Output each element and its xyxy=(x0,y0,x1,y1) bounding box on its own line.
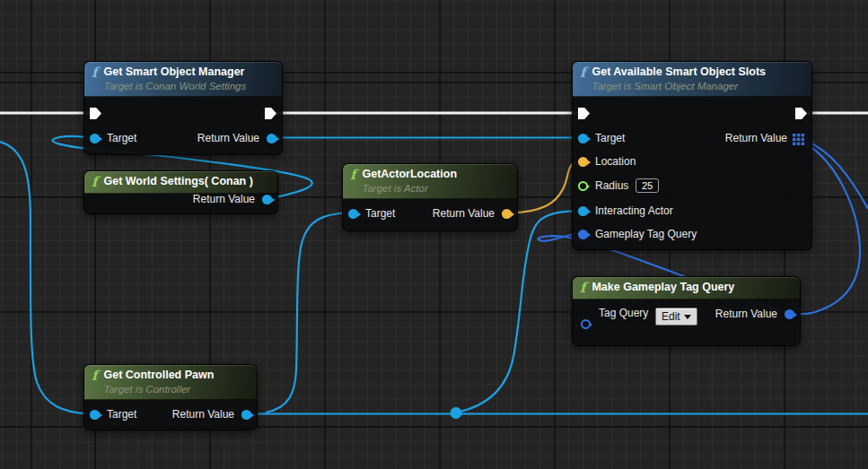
wire-reroute-to-interacting-actor[interactable] xyxy=(456,211,579,413)
return-value-pin[interactable] xyxy=(241,410,251,420)
reroute-node[interactable] xyxy=(451,407,462,419)
node-header: f Make Gameplay Tag Query xyxy=(573,277,800,300)
pin-label-return: Return Value xyxy=(725,132,787,144)
node-title: Get Available Smart Object Slots xyxy=(592,65,766,80)
node-getactorlocation[interactable]: f GetActorLocation Target is Actor Targe… xyxy=(342,163,518,231)
node-get-available-smart-object-slots[interactable]: f Get Available Smart Object Slots Targe… xyxy=(572,61,812,250)
node-header: f GetActorLocation Target is Actor xyxy=(343,164,517,199)
node-title: GetActorLocation xyxy=(362,167,457,182)
pin-label-location: Location xyxy=(595,155,636,168)
wire-actorlocation-to-location[interactable] xyxy=(511,161,579,213)
node-title: Get World Settings( Conan ) xyxy=(103,174,252,189)
pin-label-target: Target xyxy=(365,207,395,220)
node-get-world-settings-conan[interactable]: f Get World Settings( Conan ) Return Val… xyxy=(83,170,278,214)
function-icon: f xyxy=(580,65,585,81)
node-subtitle: Target is Conan World Settings xyxy=(103,80,246,93)
exec-in-pin[interactable] xyxy=(578,108,590,119)
return-value-pin[interactable] xyxy=(785,309,794,319)
edit-label: Edit xyxy=(662,308,680,325)
function-icon: f xyxy=(350,168,355,183)
pin-label-interacting-actor: Interacting Actor xyxy=(595,204,673,217)
node-make-gameplay-tag-query[interactable]: f Make Gameplay Tag Query Tag Query Edit… xyxy=(572,276,801,346)
pin-label-target: Target xyxy=(595,132,625,144)
function-icon: f xyxy=(92,65,97,81)
node-header: f Get Available Smart Object Slots Targe… xyxy=(573,62,811,97)
node-get-controlled-pawn[interactable]: f Get Controlled Pawn Target is Controll… xyxy=(83,364,258,430)
array-grid-return-pin[interactable] xyxy=(793,134,804,145)
node-header: f Get Controlled Pawn Target is Controll… xyxy=(84,365,257,400)
function-icon: f xyxy=(92,175,97,190)
node-header: f Get World Settings( Conan ) xyxy=(84,171,277,194)
pin-label-gameplay-tag-query: Gameplay Tag Query xyxy=(595,228,697,240)
wire-left-edge-to-controller-target[interactable] xyxy=(0,142,90,414)
pin-label-return: Return Value xyxy=(715,308,777,320)
pin-label-return: Return Value xyxy=(172,408,234,421)
exec-in-pin[interactable] xyxy=(90,108,101,119)
return-value-pin[interactable] xyxy=(262,195,272,204)
pin-label-radius: Radius xyxy=(595,179,628,192)
pin-label-target: Target xyxy=(107,408,136,421)
pin-label-tag-query: Tag Query xyxy=(599,307,648,319)
target-pin[interactable] xyxy=(578,134,588,143)
location-pin[interactable] xyxy=(578,157,588,167)
radius-value-input[interactable]: 25 xyxy=(636,178,659,193)
pin-label-return: Return Value xyxy=(197,132,259,144)
target-pin[interactable] xyxy=(348,209,358,219)
node-title: Make Gameplay Tag Query xyxy=(592,280,734,295)
node-title: Get Smart Object Manager xyxy=(103,65,246,80)
node-subtitle: Target is Actor xyxy=(362,182,457,195)
node-title: Get Controlled Pawn xyxy=(103,368,214,383)
node-get-smart-object-manager[interactable]: f Get Smart Object Manager Target is Con… xyxy=(83,61,283,155)
caret-down-icon xyxy=(684,315,691,319)
blueprint-graph-canvas[interactable]: f Get Smart Object Manager Target is Con… xyxy=(0,0,868,469)
function-icon: f xyxy=(92,369,97,384)
node-subtitle: Target is Smart Object Manager xyxy=(592,80,766,93)
radius-pin[interactable] xyxy=(578,181,588,191)
pin-label-return: Return Value xyxy=(193,193,255,205)
node-header: f Get Smart Object Manager Target is Con… xyxy=(84,62,282,97)
exec-out-pin[interactable] xyxy=(265,108,276,119)
return-value-pin[interactable] xyxy=(267,134,276,143)
tag-query-pin[interactable] xyxy=(581,319,591,329)
function-icon: f xyxy=(580,281,585,296)
gameplay-tag-query-pin[interactable] xyxy=(578,230,588,239)
interacting-actor-pin[interactable] xyxy=(578,206,588,216)
target-pin[interactable] xyxy=(90,410,100,420)
target-pin[interactable] xyxy=(90,134,100,143)
pin-label-target: Target xyxy=(107,132,136,144)
exec-out-pin[interactable] xyxy=(795,108,807,119)
pin-label-return: Return Value xyxy=(433,207,495,220)
return-value-pin[interactable] xyxy=(502,209,512,219)
node-subtitle: Target is Controller xyxy=(103,383,214,396)
wire-pawn-to-actorlocation-target[interactable] xyxy=(266,213,348,413)
tag-query-edit-dropdown[interactable]: Edit xyxy=(655,308,697,326)
